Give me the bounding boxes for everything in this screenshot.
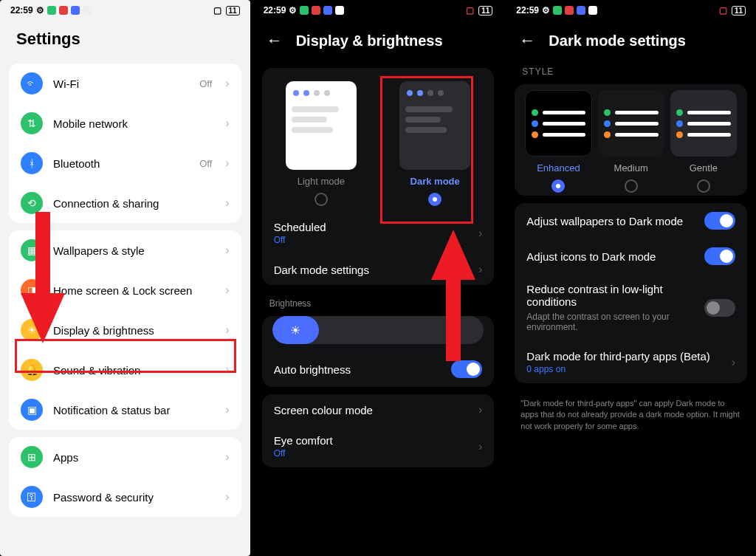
status-time: 22:59 [264,5,286,16]
adjust-wallpapers-row[interactable]: Adjust wallpapers to Dark mode [515,203,747,238]
third-party-row[interactable]: Dark mode for third-party apps (Beta) 0 … [515,341,747,383]
row-label: Sound & vibration [53,364,215,377]
style-gentle[interactable]: Gentle [670,90,737,193]
chevron-right-icon: › [225,490,229,504]
status-time: 22:59 [10,5,33,16]
adjust-icons-row[interactable]: Adjust icons to Dark mode [515,238,747,274]
battery-percent: 11 [478,6,492,16]
gear-icon: ⚙ [36,5,44,16]
notif-icon: ▣ [21,399,43,421]
settings-group: ⊞Apps›⚿Password & security› [9,437,241,517]
settings-row-wi-fi[interactable]: ᯤWi-FiOff› [9,64,241,103]
settings-group: ▦Wallpapers & style›◨Home screen & Lock … [9,230,241,430]
battery-percent: 11 [226,6,240,16]
brightness-slider[interactable]: ☀ [272,316,484,344]
status-icon [553,6,562,15]
chevron-right-icon: › [225,403,229,416]
status-icon [300,6,309,15]
status-icon [335,6,344,15]
chevron-right-icon: › [478,440,482,453]
page-title: Display & brightness [296,32,443,49]
auto-brightness-row[interactable]: Auto brightness [262,351,495,387]
scheduled-row[interactable]: Scheduled Off › [262,212,495,254]
screen-colour-row[interactable]: Screen colour mode › [262,394,495,425]
chevron-right-icon: › [732,356,735,369]
dark-mode-settings-screen: 22:59 ⚙ ▢ 11 ← Dark mode settings STYLE … [506,0,756,556]
eye-comfort-row[interactable]: Eye comfort Off › [262,425,495,467]
back-button[interactable]: ← [519,31,535,50]
dark-mode-settings-row[interactable]: Dark mode settings › [262,254,495,285]
dark-mode-option[interactable]: Dark mode [382,81,488,206]
toggle-on-icon[interactable] [704,212,735,230]
chevron-right-icon: › [225,244,229,257]
chevron-right-icon: › [478,263,482,276]
chevron-right-icon: › [225,323,229,337]
bell-icon: 🔔 [21,359,43,381]
settings-row-connection-sharing[interactable]: ⟲Connection & sharing› [9,183,241,223]
settings-group: ᯤWi-FiOff›⇅Mobile network›ᚼBluetoothOff›… [9,64,241,223]
row-label: Home screen & Lock screen [53,284,215,297]
battery-icon: ▢ [719,5,727,16]
settings-row-mobile-network[interactable]: ⇅Mobile network› [9,103,241,143]
chevron-right-icon: › [225,157,229,170]
battery-icon: ▢ [213,5,221,16]
toggle-on-icon[interactable] [451,360,482,378]
settings-row-apps[interactable]: ⊞Apps› [9,437,241,477]
style-medium[interactable]: Medium [598,90,664,193]
status-icon [565,6,574,15]
radio-selected-icon [551,179,565,193]
bt-icon: ᚼ [21,152,43,174]
settings-row-display-brightness[interactable]: ☀Display & brightness› [9,310,241,350]
settings-row-sound-vibration[interactable]: 🔔Sound & vibration› [9,350,241,390]
row-label: Apps [53,451,215,464]
chevron-right-icon: › [478,403,482,416]
home-icon: ◨ [21,279,43,301]
status-bar: 22:59 ⚙ ▢ 11 [506,0,756,21]
chevron-right-icon: › [225,450,229,464]
row-value: Off [199,158,212,169]
settings-row-wallpapers-style[interactable]: ▦Wallpapers & style› [9,230,241,270]
toggle-off-icon[interactable] [704,299,735,317]
toggle-on-icon[interactable] [704,247,735,265]
sun-icon: ☀ [290,323,300,337]
helper-text: "Dark mode for third-party apps" can app… [506,391,756,439]
status-bar: 22:59 ⚙ ▢ 11 [253,0,504,21]
back-button[interactable]: ← [267,31,283,50]
status-icon [323,6,332,15]
row-value: Off [199,78,212,89]
page-title: Settings [0,21,250,56]
status-bar: 22:59 ⚙ ▢ 11 [0,0,250,21]
status-icon [588,6,597,15]
row-label: Password & security [53,491,215,504]
style-enhanced[interactable]: Enhanced [525,90,591,193]
apps-icon: ⊞ [21,446,43,468]
status-time: 22:59 [516,5,539,16]
battery-icon: ▢ [466,5,474,16]
gear-icon: ⚙ [542,5,550,16]
wall-icon: ▦ [21,239,43,261]
radio-icon [625,179,638,193]
settings-screen: 22:59 ⚙ ▢ 11 Settings ᯤWi-FiOff›⇅Mobile … [0,0,250,556]
status-icon [71,6,80,15]
settings-row-bluetooth[interactable]: ᚼBluetoothOff› [9,143,241,183]
settings-row-password-security[interactable]: ⚿Password & security› [9,477,241,517]
chevron-right-icon: › [225,196,229,210]
gear-icon: ⚙ [289,5,297,16]
battery-percent: 11 [732,6,746,16]
chevron-right-icon: › [225,77,229,90]
light-mode-option[interactable]: Light mode [268,81,374,206]
wifi-icon: ᯤ [21,72,43,95]
swap-icon: ⇅ [21,112,43,134]
settings-row-notification-status-bar[interactable]: ▣Notification & status bar› [9,390,241,430]
light-mode-label: Light mode [298,176,345,187]
row-label: Display & brightness [53,324,215,337]
chevron-right-icon: › [225,363,229,377]
reduce-contrast-row[interactable]: Reduce contrast in low-light conditions … [515,274,747,341]
status-icon [83,6,92,15]
dark-mode-label: Dark mode [410,176,460,187]
chevron-right-icon: › [225,284,229,297]
status-icon [312,6,320,15]
status-icon [577,6,585,15]
row-label: Bluetooth [53,157,189,170]
settings-row-home-screen-lock-screen[interactable]: ◨Home screen & Lock screen› [9,270,241,310]
